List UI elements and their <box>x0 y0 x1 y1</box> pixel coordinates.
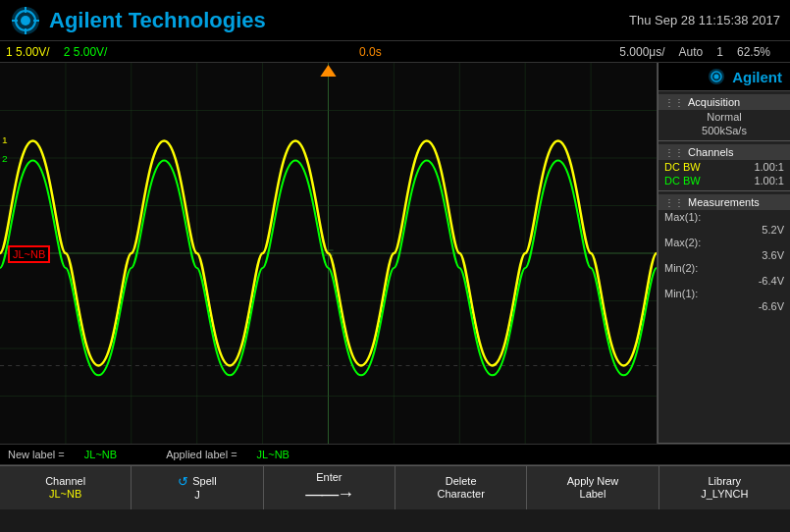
acquisition-title: ⋮⋮ Acquisition <box>658 94 790 110</box>
status-bar: New label = JL~NB Applied label = JL~NB <box>0 444 790 465</box>
time-div: 5.000μs/ <box>619 45 664 59</box>
svg-point-32 <box>714 75 719 80</box>
delete-button-bottom: Character <box>438 488 485 501</box>
channel-button[interactable]: Channel JL~NB <box>0 466 132 509</box>
button-bar: Channel JL~NB ↺ Spell J Enter ——→ Delete… <box>0 465 790 509</box>
delete-button-top: Delete <box>446 475 477 488</box>
zoom-level: 62.5% <box>737 45 770 59</box>
measurements-dots: ⋮⋮ <box>664 197 684 208</box>
apply-new-label-button[interactable]: Apply New Label <box>527 466 658 509</box>
ch2-row: DC BW 1.00:1 <box>658 174 790 187</box>
channels-title: ⋮⋮ Channels <box>658 144 790 160</box>
svg-text:2: 2 <box>2 154 8 165</box>
meas-row-3: Min(1): <box>658 287 790 300</box>
spell-button[interactable]: ↺ Spell J <box>132 466 263 509</box>
meas-val-display-1: 3.6V <box>658 249 790 261</box>
delete-character-button[interactable]: Delete Character <box>395 466 527 509</box>
meas-row-1: Max(2): <box>658 236 790 249</box>
ch1-bw-val: 1.00:1 <box>754 161 784 173</box>
measurements-bar: 1 5.00V/ 2 5.00V/ 0.0s 5.000μs/ Auto 1 6… <box>0 41 790 63</box>
meas-label-3: Min(1): <box>664 288 698 299</box>
scope-display: 1 2 JL~NB <box>0 63 658 444</box>
acquisition-section: ⋮⋮ Acquisition Normal 500kSa/s <box>658 91 790 141</box>
enter-button[interactable]: Enter ——→ <box>264 466 395 509</box>
ch2-bw-val: 1.00:1 <box>754 175 784 186</box>
meas-row-0: Max(1): <box>658 210 790 224</box>
spell-button-bottom: J <box>194 489 200 502</box>
waveform-label: JL~NB <box>8 245 50 263</box>
enter-button-bottom: ——→ <box>305 484 352 505</box>
meas-row-2: Min(2): <box>658 261 790 275</box>
apply-button-bottom: Label <box>580 488 606 501</box>
channel-button-bottom: JL~NB <box>49 488 81 501</box>
acquisition-label: Acquisition <box>688 96 740 108</box>
svg-point-2 <box>21 16 30 26</box>
meas-label-2: Min(2): <box>664 262 698 274</box>
channels-section: ⋮⋮ Channels DC BW 1.00:1 DC BW 1.00:1 <box>658 141 790 191</box>
new-label-prefix: New label = <box>8 449 65 460</box>
right-panel: Agilent ⋮⋮ Acquisition Normal 500kSa/s ⋮… <box>658 63 790 444</box>
header-logo: Agilent Technologies <box>10 5 266 36</box>
channel-button-top: Channel <box>45 475 85 488</box>
trigger-mode: Auto <box>679 45 704 59</box>
header-datetime: Thu Sep 28 11:15:38 2017 <box>629 13 780 27</box>
meas-val-display-0: 5.2V <box>658 224 790 236</box>
header: Agilent Technologies Thu Sep 28 11:15:38… <box>0 0 790 41</box>
measurements-section: ⋮⋮ Measurements Max(1): 5.2V Max(2): 3.6… <box>658 191 790 444</box>
measurements-label: Measurements <box>688 196 760 208</box>
acquisition-rate: 500kSa/s <box>658 124 790 137</box>
ch1-bw-label: DC BW <box>664 161 701 173</box>
svg-text:1: 1 <box>2 134 8 145</box>
spell-button-top: ↺ Spell <box>178 474 216 490</box>
agilent-small-logo-icon <box>707 67 726 86</box>
meas-label-1: Max(2): <box>664 237 701 248</box>
applied-label-value: JL~NB <box>257 449 290 460</box>
enter-arrow-icon: ——→ <box>305 484 352 505</box>
meas-val-display-2: -6.4V <box>658 275 790 287</box>
channels-label: Channels <box>688 146 733 158</box>
ch1-scale[interactable]: 1 5.00V/ <box>6 45 50 59</box>
library-button[interactable]: Library J_LYNCH <box>659 466 790 509</box>
main-area: 1 2 JL~NB Agilent ⋮⋮ Acquisition Normal … <box>0 63 790 444</box>
header-title: Agilent Technologies <box>49 8 266 33</box>
apply-button-top: Apply New <box>567 475 619 488</box>
applied-label-prefix: Applied label = <box>166 449 237 460</box>
meas-val-display-3: -6.6V <box>658 300 790 312</box>
ch1-row: DC BW 1.00:1 <box>658 160 790 174</box>
channels-dots: ⋮⋮ <box>664 147 684 158</box>
acquisition-mode: Normal <box>658 110 790 124</box>
channel-indicator: 1 <box>716 45 723 59</box>
library-button-bottom: J_LYNCH <box>701 488 748 501</box>
meas-label-0: Max(1): <box>664 211 701 223</box>
new-label-value: JL~NB <box>84 449 117 460</box>
ch2-scale[interactable]: 2 5.00V/ <box>64 45 108 59</box>
right-panel-brand: Agilent <box>732 69 782 85</box>
library-button-top: Library <box>708 475 741 488</box>
scope-svg: 1 2 <box>0 63 657 444</box>
measurements-title: ⋮⋮ Measurements <box>658 194 790 210</box>
agilent-logo-icon <box>10 5 41 36</box>
acquisition-dots: ⋮⋮ <box>664 97 684 108</box>
right-panel-header: Agilent <box>658 63 790 91</box>
ch2-bw-label: DC BW <box>664 175 701 186</box>
time-position: 0.0s <box>121 45 619 59</box>
enter-button-top: Enter <box>316 471 342 484</box>
refresh-icon: ↺ <box>178 474 188 490</box>
